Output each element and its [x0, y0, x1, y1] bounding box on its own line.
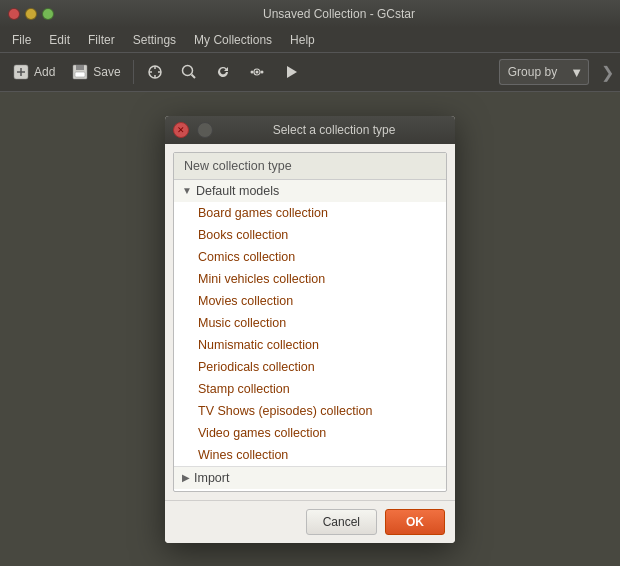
- expand-icon: ▼: [182, 185, 192, 196]
- close-button[interactable]: [8, 8, 20, 20]
- list-item[interactable]: Video games collection: [174, 422, 446, 444]
- collection-list[interactable]: New collection type ▼ Default models Boa…: [173, 152, 447, 492]
- save-button[interactable]: Save: [65, 60, 126, 84]
- dialog-footer: Cancel OK: [165, 500, 455, 543]
- default-models-label: Default models: [196, 184, 279, 198]
- dialog-body: New collection type ▼ Default models Boa…: [165, 144, 455, 500]
- svg-line-12: [191, 75, 195, 79]
- list-item[interactable]: Comics collection: [174, 246, 446, 268]
- play-icon: [282, 63, 300, 81]
- menu-settings[interactable]: Settings: [125, 31, 184, 49]
- list-item[interactable]: Periodicals collection: [174, 356, 446, 378]
- dialog: ✕ Select a collection type New collectio…: [165, 116, 455, 543]
- add-button[interactable]: Add: [6, 60, 61, 84]
- save-label: Save: [93, 65, 120, 79]
- menu-help[interactable]: Help: [282, 31, 323, 49]
- play-button[interactable]: [276, 60, 306, 84]
- default-models-header[interactable]: ▼ Default models: [174, 180, 446, 202]
- list-item[interactable]: Wines collection: [174, 444, 446, 466]
- config-button[interactable]: [242, 60, 272, 84]
- dialog-title: Select a collection type: [221, 123, 447, 137]
- list-item[interactable]: Music collection: [174, 312, 446, 334]
- new-collection-item[interactable]: New collection type: [174, 153, 446, 180]
- svg-rect-4: [76, 65, 84, 70]
- svg-point-11: [182, 66, 192, 76]
- list-item[interactable]: Movies collection: [174, 290, 446, 312]
- nav-forward-icon[interactable]: ❯: [601, 63, 614, 82]
- list-item[interactable]: Stamp collection: [174, 378, 446, 400]
- window-controls[interactable]: [8, 8, 54, 20]
- cancel-button[interactable]: Cancel: [306, 509, 377, 535]
- menu-edit[interactable]: Edit: [41, 31, 78, 49]
- tools-button[interactable]: [140, 60, 170, 84]
- dialog-minimize-button[interactable]: [197, 122, 213, 138]
- add-label: Add: [34, 65, 55, 79]
- list-item[interactable]: Board games collection: [174, 202, 446, 224]
- svg-point-15: [250, 71, 253, 74]
- tools-icon: [146, 63, 164, 81]
- main-area: ✕ Select a collection type New collectio…: [0, 92, 620, 566]
- import-label: Import: [194, 471, 229, 485]
- list-item[interactable]: TV Shows (episodes) collection: [174, 400, 446, 422]
- svg-marker-17: [287, 66, 297, 78]
- config-icon: [248, 63, 266, 81]
- refresh-button[interactable]: [208, 60, 238, 84]
- list-item[interactable]: Mini vehicles collection: [174, 268, 446, 290]
- import-header[interactable]: ▶ Import: [174, 466, 446, 489]
- group-by-label: Group by: [508, 65, 557, 79]
- add-icon: [12, 63, 30, 81]
- window-title: Unsaved Collection - GCstar: [66, 7, 612, 21]
- modal-overlay: ✕ Select a collection type New collectio…: [0, 92, 620, 566]
- svg-rect-5: [75, 72, 85, 77]
- toolbar: Add Save: [0, 52, 620, 92]
- menu-my-collections[interactable]: My Collections: [186, 31, 280, 49]
- group-by-button[interactable]: Group by: [499, 59, 565, 85]
- save-icon: [71, 63, 89, 81]
- dialog-close-button[interactable]: ✕: [173, 122, 189, 138]
- menu-file[interactable]: File: [4, 31, 39, 49]
- list-item[interactable]: Books collection: [174, 224, 446, 246]
- minimize-button[interactable]: [25, 8, 37, 20]
- search-button[interactable]: [174, 60, 204, 84]
- refresh-icon: [214, 63, 232, 81]
- list-item[interactable]: Numismatic collection: [174, 334, 446, 356]
- group-by-dropdown[interactable]: ▼: [565, 59, 589, 85]
- svg-point-16: [260, 71, 263, 74]
- menu-filter[interactable]: Filter: [80, 31, 123, 49]
- expand-import-icon: ▶: [182, 472, 190, 483]
- maximize-button[interactable]: [42, 8, 54, 20]
- menu-bar: File Edit Filter Settings My Collections…: [0, 28, 620, 52]
- svg-point-14: [255, 71, 258, 74]
- title-bar: Unsaved Collection - GCstar: [0, 0, 620, 28]
- group-by-container: Group by ▼: [499, 59, 589, 85]
- toolbar-separator-1: [133, 60, 134, 84]
- ok-button[interactable]: OK: [385, 509, 445, 535]
- search-icon: [180, 63, 198, 81]
- dialog-title-bar: ✕ Select a collection type: [165, 116, 455, 144]
